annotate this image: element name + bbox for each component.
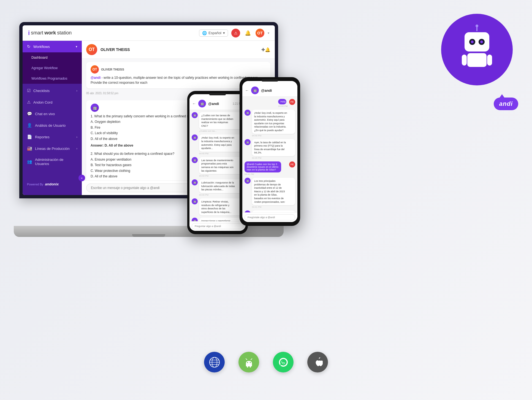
svg-point-5 — [247, 362, 248, 363]
user-avatar-button[interactable]: OT — [256, 29, 264, 37]
phone-right-time-andi1: 04:40 PM — [252, 134, 295, 137]
sidebar-item-checklists[interactable]: ☑ Checklists › — [23, 85, 82, 96]
sidebar-item-andon[interactable]: ⚠ Andon Cord — [23, 96, 82, 108]
phone-right-time-hola: 04:60 PM — [278, 105, 288, 107]
phone-right-time-user2: 04:41 PM — [245, 173, 288, 175]
phone-left-msg-5: Limpieza: Retirar virutas, residuos de r… — [199, 198, 243, 215]
phone-left-msg-3-row: 🤖 Las tareas de mantenimiento programada… — [192, 157, 243, 177]
andon-icon: ⚠ — [27, 100, 31, 105]
sidebar-item-production[interactable]: 🏭 Líneas de Producción › — [23, 143, 82, 154]
sidebar-item-chat[interactable]: 💬 Chat en vivo — [23, 108, 82, 120]
alert-icon: ⚠ — [234, 31, 238, 35]
android-svg — [244, 357, 254, 367]
sidebar-item-analysis[interactable]: 👤 Análisis de Usuario — [23, 120, 82, 131]
phone-right-msg-andi3: Problemas de fluidos: este tipo de probl… — [252, 210, 295, 212]
phone-right-andi-avatar-ftq: 🤖 — [245, 139, 251, 145]
sidebar-item-workflows[interactable]: ↻ Workflows ▾ — [23, 41, 82, 52]
language-selector[interactable]: 🌐 Español ▾ — [199, 29, 228, 37]
phone-left-title: @andi — [208, 102, 219, 106]
phone-right-time-andi2: 04:41 PM — [252, 206, 295, 208]
sidebar-item-scheduled[interactable]: Workflows Programados — [23, 73, 82, 84]
chat-user-avatar: OT — [86, 44, 97, 55]
android-icon — [238, 352, 259, 372]
andonix-logo: andonix — [45, 182, 59, 186]
logo-i: i — [28, 29, 30, 37]
phone-left-chat-input[interactable] — [192, 223, 243, 229]
chat-label: Chat en vivo — [35, 112, 55, 116]
scheduled-label: Workflows Programados — [31, 77, 67, 80]
phone-right-msg-user2: @andi Cuales son los top 3 downtime issu… — [245, 161, 281, 172]
message-avatar-1: OT — [91, 65, 99, 74]
reports-arrow: › — [76, 135, 77, 139]
chevron-icon: ▾ — [223, 31, 225, 35]
phone-right-msg-andi1: ¡Hola! Soy Andi, tu experto en la indust… — [252, 110, 295, 134]
phone-left: ← 🤖 @andi 1:21 PM 🤖 ¿Cuáles son las tare… — [187, 91, 248, 234]
phone-left-frame: ← 🤖 @andi 1:21 PM 🤖 ¿Cuáles son las tare… — [187, 91, 248, 234]
dashboard-label: Dashboard — [31, 56, 48, 60]
whatsapp-icon — [273, 352, 294, 372]
phone-left-msg-6: Inspeccionar y reemplazar filtros. Esto … — [199, 218, 243, 221]
phone-right-msg-andi2-row: 🤖 Los tres principales problemas de tiem… — [245, 178, 295, 208]
production-arrow: › — [76, 147, 77, 150]
phone-left-time-4: 04:40 PM — [199, 194, 243, 196]
phone-left-header: ← 🤖 @andi 1:21 PM — [189, 94, 246, 110]
add-participant-button[interactable]: ✚🔔 — [261, 47, 270, 52]
phone-right-screen: ← 🤖 @andi PE Hola 04:60 PM — [242, 81, 297, 222]
phone-right-input-bar — [242, 212, 297, 222]
phone-left-andi-avatar: 🤖 — [198, 100, 206, 107]
laptop-notch — [132, 234, 165, 237]
analysis-icon: 👤 — [27, 123, 32, 128]
phone-right-andi-avatar-3: 🤖 — [245, 210, 251, 212]
svg-line-7 — [246, 359, 247, 360]
robot-pupil-left — [471, 40, 474, 43]
phone-left-msg-3: Las tareas de mantenimiento programadas … — [199, 157, 243, 174]
sidebar-item-dashboard[interactable]: Dashboard — [23, 52, 82, 63]
phone-left-msg-6-row: 🤖 Inspeccionar y reemplazar filtros. Est… — [192, 218, 243, 221]
logo-work: work — [44, 30, 56, 36]
sidebar-item-reports[interactable]: 📄 Reportes › — [23, 131, 82, 143]
phone-andi-avatar-5: 🤖 — [192, 198, 198, 204]
phone-left-back-button[interactable]: ← — [192, 101, 196, 106]
phone-right-msg-andi2-text: Los tres principales problemas de tiempo… — [254, 179, 287, 204]
sidebar-collapse-button[interactable]: « — [78, 175, 85, 181]
message-sender-row: OT OLIVER THEISS — [91, 65, 266, 74]
phone-andi-avatar-4: 🤖 — [192, 179, 198, 185]
reports-label: Reportes — [35, 135, 50, 139]
bell-button[interactable]: 🔔 — [243, 29, 252, 37]
sidebar-item-label: Workflows — [33, 45, 50, 49]
powered-by-text: Powered By — [27, 183, 43, 186]
robot-eye-left — [469, 39, 475, 45]
phone-left-msg-5-text: Limpieza: Retirar virutas, residuos de r… — [201, 200, 235, 214]
phone-left-msg-1-row: 🤖 ¿Cuáles son las tareas de mantenimient… — [192, 112, 243, 132]
phone-right-time-ftq: 04:40 PM — [252, 157, 295, 159]
workflows-icon: ↻ — [27, 44, 31, 49]
andi-robot-bubble: andi — [436, 14, 518, 118]
sidebar-item-admin[interactable]: 👥 Administración de Usuarios — [23, 154, 82, 169]
phone-left-messages: 🤖 ¿Cuáles son las tareas de mantenimient… — [189, 110, 246, 221]
robot-head — [465, 32, 489, 52]
logo: i smartworkstation — [28, 29, 72, 37]
robot-pupil-right — [480, 40, 483, 43]
phone-right-back-button[interactable]: ← — [245, 88, 249, 93]
reports-icon: 📄 — [27, 134, 32, 139]
header-right: 🌐 Español ▾ ⚠ 🔔 OT ▾ — [199, 29, 269, 37]
phone-right-user-avatar-2: PE — [289, 161, 295, 167]
phone-left-msg-1: ¿Cuáles son las tareas de mantenimiento … — [199, 112, 243, 129]
user-avatar: OT — [256, 29, 264, 37]
alert-button[interactable]: ⚠ — [231, 29, 240, 37]
phone-left-msg-2-text: ¡Hola! Soy Andi, tu experto en la indust… — [201, 136, 235, 150]
robot-arm-right — [487, 55, 492, 66]
phone-right-chat-input[interactable] — [245, 214, 295, 220]
bottom-icons — [204, 352, 328, 372]
phone-right-andi-avatar-1: 🤖 — [245, 110, 251, 116]
logo-station: station — [57, 30, 72, 36]
phone-right-msg-andi1-text: ¡Hola! Soy Andi, tu experto en la indust… — [254, 111, 287, 132]
phone-left-msg-4-text: Lubricación: Asegurarse de la lubricació… — [201, 181, 235, 191]
language-label: Español — [208, 31, 221, 35]
checklists-icon: ☑ — [27, 88, 31, 93]
sidebar-item-add-workflow[interactable]: Agregar Workflow — [23, 63, 82, 73]
robot-arm-left — [462, 55, 467, 66]
phone-right-msg-hola-row: PE Hola 04:60 PM — [245, 99, 295, 107]
add-workflow-label: Agregar Workflow — [31, 66, 58, 70]
phone-left-msg-2: ¡Hola! Soy Andi, tu experto en la indust… — [199, 134, 243, 152]
